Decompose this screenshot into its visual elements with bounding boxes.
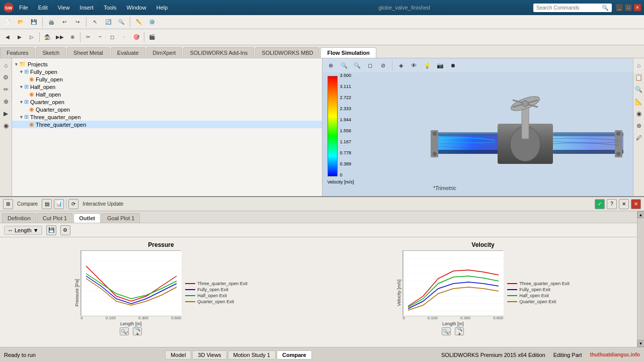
velocity-unit-label: Velocity [m/s]	[328, 179, 354, 185]
pressure-line-fully	[185, 289, 195, 290]
settings-button[interactable]: ⚙	[60, 225, 70, 235]
length-dropdown[interactable]: ↔ Length ▼	[4, 226, 42, 235]
tree-projects[interactable]: ▼ 📁 Projects	[12, 60, 322, 68]
vp-cameras[interactable]: 📷	[435, 60, 446, 71]
right-icon-4[interactable]: 📐	[634, 97, 644, 107]
pressure-zoom-in[interactable]: 🔍+	[133, 327, 142, 335]
compare-button[interactable]: Compare	[15, 199, 40, 210]
toolbar-btn-zoom[interactable]: 🔍	[116, 17, 127, 28]
toolbar-btn-open[interactable]: 📂	[15, 17, 26, 28]
menu-tools[interactable]: Tools	[102, 4, 119, 12]
side-icon-feature[interactable]: ⚙	[1, 72, 11, 82]
side-icon-sketch[interactable]: ✏	[1, 84, 11, 95]
search-box[interactable]: 🔍	[533, 4, 612, 12]
tab-dimxpert[interactable]: DimXpert	[146, 47, 183, 58]
side-icon-display[interactable]: ◉	[1, 121, 11, 131]
vp-hide-show[interactable]: 👁	[409, 60, 420, 71]
vp-zoom-in[interactable]: 🔍	[339, 60, 350, 71]
right-icon-3[interactable]: 🔍	[634, 84, 644, 95]
tree-fully-open-child[interactable]: ◉ Fully_open	[12, 75, 322, 83]
right-icon-7[interactable]: 🖊	[634, 133, 644, 143]
right-icon-5[interactable]: ◉	[634, 109, 644, 119]
tree-quarter-open[interactable]: ▼ ⊞ Quarter_open	[12, 98, 322, 106]
vp-record[interactable]: ⏺	[448, 60, 459, 71]
table-icon: ▤	[42, 199, 52, 209]
right-icon-2[interactable]: 📋	[634, 72, 644, 82]
length-icon: ↔	[8, 227, 13, 233]
menu-view[interactable]: View	[56, 4, 72, 12]
side-icon-motion[interactable]: ▶	[1, 109, 11, 119]
tab-sheet-metal[interactable]: Sheet Metal	[67, 47, 110, 58]
tree-quarter-open-child[interactable]: ◉ Quarter_open	[12, 106, 322, 113]
side-icon-home[interactable]: ⌂	[1, 60, 11, 70]
vp-view-sect[interactable]: ⊘	[378, 60, 389, 71]
toolbar-btn-save[interactable]: 💾	[28, 17, 39, 28]
tb2-btn-1[interactable]: ◀	[2, 32, 13, 43]
vp-lighting[interactable]: 💡	[422, 60, 433, 71]
tb2-btn-2[interactable]: ▶	[14, 32, 25, 43]
tree-threequarter-open[interactable]: ▼ ⊞ Three_quarter_open	[12, 113, 322, 121]
toolbar-btn-sketch[interactable]: ✏️	[133, 17, 144, 28]
tree-fully-open[interactable]: ▼ ⊞ Fully_open	[12, 68, 322, 75]
vp-display-style[interactable]: ◈	[395, 60, 407, 71]
interactive-update-button[interactable]: Interactive Update	[80, 199, 125, 210]
pressure-zoom-out[interactable]: 🔍-	[120, 327, 129, 335]
color-bar	[328, 76, 338, 176]
tb2-btn-play[interactable]: ▷	[26, 32, 37, 43]
tb2-btn-run[interactable]: ▶▶	[54, 32, 66, 43]
tree-arrow-fully: ▼	[19, 69, 24, 74]
menu-file[interactable]: File	[17, 4, 30, 12]
tab-sketch[interactable]: Sketch	[36, 47, 66, 58]
menu-edit[interactable]: Edit	[36, 4, 50, 12]
toolbar-btn-print[interactable]: 🖨️	[46, 17, 57, 28]
btab-goal-plot[interactable]: Goal Plot 1	[102, 213, 140, 223]
tb2-btn-goal[interactable]: 🎯	[131, 32, 142, 43]
tb2-btn-cut[interactable]: ✂	[83, 32, 94, 43]
vp-zoom-out[interactable]: 🔍	[352, 60, 363, 71]
tab-addins[interactable]: SOLIDWORKS Add-Ins	[183, 47, 254, 58]
cancel-button[interactable]: ✕	[619, 199, 629, 209]
velocity-zoom-in[interactable]: 🔍+	[455, 327, 464, 335]
tab-features[interactable]: Features	[0, 47, 35, 58]
btab-outlet[interactable]: Outlet	[73, 213, 101, 223]
close-button[interactable]: ✕	[634, 4, 641, 11]
velocity-zoom-out[interactable]: 🔍-	[442, 327, 451, 335]
maximize-button[interactable]: □	[625, 4, 632, 11]
save-chart-button[interactable]: 💾	[46, 225, 56, 235]
toolbar-btn-undo[interactable]: ↩	[59, 17, 70, 28]
tree-threequarter-open-child[interactable]: ◉ Three_quarter_open	[12, 121, 322, 128]
tab-mbd[interactable]: SOLIDWORKS MBD	[255, 47, 319, 58]
tb2-btn-animate[interactable]: 🎬	[146, 32, 157, 43]
file-title: globe_valve_finished	[275, 5, 533, 11]
tb2-btn-particle[interactable]: ·	[119, 32, 130, 43]
tb2-btn-surface[interactable]: ◻	[107, 32, 118, 43]
menu-help[interactable]: Help	[154, 4, 170, 12]
tab-evaluate[interactable]: Evaluate	[111, 47, 145, 58]
tb2-btn-flow[interactable]: ~	[95, 32, 106, 43]
vp-view-orient[interactable]: ◻	[365, 60, 376, 71]
tab-flow-simulation[interactable]: Flow Simulation	[320, 47, 376, 58]
btab-definition[interactable]: Definition	[2, 213, 36, 223]
side-icon-mate[interactable]: ⊕	[1, 97, 11, 107]
minimize-button[interactable]: _	[616, 4, 623, 11]
bottom-toolbar-left: ⊞ Compare ▤ 📊 ⟳ Interactive Update	[3, 199, 125, 210]
right-icon-6[interactable]: ⊕	[634, 121, 644, 131]
toolbar-btn-feature[interactable]: ⚙️	[146, 17, 157, 28]
tree-half-open-child[interactable]: ◉ Half_open	[12, 90, 322, 98]
close-panel-button[interactable]: ✕	[631, 199, 641, 209]
search-input[interactable]	[536, 5, 602, 11]
vp-zoom-fit[interactable]: ⊕	[326, 60, 337, 71]
toolbar-btn-rotate[interactable]: 🔄	[103, 17, 114, 28]
menu-insert[interactable]: Insert	[77, 4, 96, 12]
tb2-btn-clone[interactable]: ⊕	[67, 32, 78, 43]
tb2-btn-wizard[interactable]: 🧙	[42, 32, 53, 43]
help-button[interactable]: ?	[607, 199, 617, 209]
toolbar-btn-select[interactable]: ↖	[90, 17, 101, 28]
tree-half-open[interactable]: ▼ ⊞ Half_open	[12, 83, 322, 90]
scroll-down-btn[interactable]: ▼	[637, 340, 645, 347]
toolbar-btn-new[interactable]: 📄	[2, 17, 13, 28]
menu-window[interactable]: Window	[125, 4, 148, 12]
apply-button[interactable]: ✓	[595, 199, 605, 209]
toolbar-btn-redo[interactable]: ↪	[72, 17, 83, 28]
btab-cut-plot[interactable]: Cut Plot 1	[37, 213, 72, 223]
